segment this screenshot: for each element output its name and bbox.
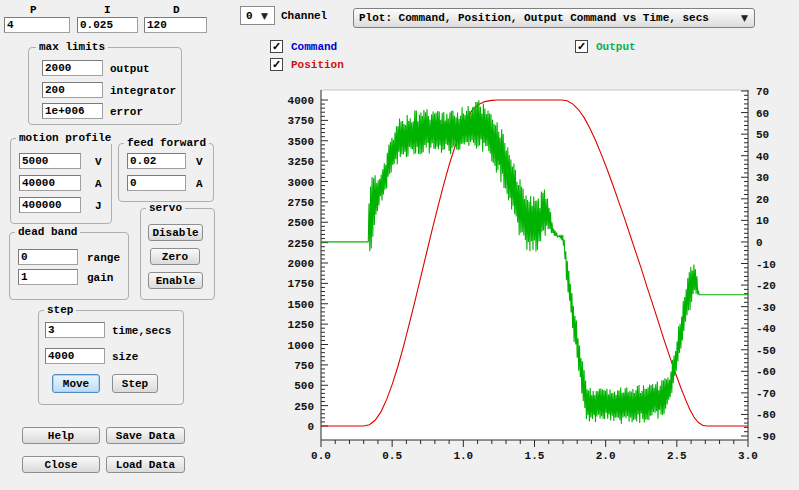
svg-text:1.0: 1.0 (453, 450, 473, 462)
p-label: P (30, 4, 37, 16)
checkmark-icon: ✓ (577, 41, 586, 52)
svg-text:2.5: 2.5 (667, 450, 687, 462)
svg-text:750: 750 (294, 360, 314, 372)
svg-text:70: 70 (756, 86, 769, 98)
svg-text:-50: -50 (756, 345, 776, 357)
step-button[interactable]: Step (112, 374, 158, 393)
plot-select[interactable]: Plot: Command, Position, Output Command … (353, 8, 755, 28)
max-output-label: output (110, 63, 150, 75)
svg-text:-60: -60 (756, 366, 776, 378)
svg-text:3750: 3750 (288, 115, 314, 127)
svg-text:2250: 2250 (288, 238, 314, 250)
dead-band-title: dead band (15, 226, 80, 238)
svg-text:-30: -30 (756, 302, 776, 314)
servo-enable-button[interactable]: Enable (148, 272, 203, 289)
dead-band-group (9, 232, 129, 300)
i-label: I (104, 4, 111, 16)
svg-text:-20: -20 (756, 280, 776, 292)
svg-text:-90: -90 (756, 431, 776, 443)
svg-text:3.0: 3.0 (738, 450, 758, 462)
channel-selected-value: 0 (241, 10, 259, 22)
servo-zero-button[interactable]: Zero (150, 248, 200, 265)
svg-text:0.0: 0.0 (311, 450, 331, 462)
ff-v-label: V (196, 156, 203, 168)
step-title: step (44, 304, 76, 316)
svg-text:1500: 1500 (288, 299, 314, 311)
svg-text:40: 40 (756, 151, 769, 163)
p-input[interactable] (4, 17, 70, 33)
channel-label: Channel (281, 10, 327, 22)
output-checkbox-label[interactable]: Output (596, 41, 636, 53)
step-time-label: time,secs (112, 325, 171, 337)
svg-text:-70: -70 (756, 388, 776, 400)
motion-a-input[interactable] (19, 175, 81, 191)
channel-select[interactable]: 0 ▼ (240, 6, 275, 25)
help-button[interactable]: Help (22, 427, 100, 444)
svg-text:2500: 2500 (288, 217, 314, 229)
svg-text:3250: 3250 (288, 156, 314, 168)
svg-text:250: 250 (294, 401, 314, 413)
max-integrator-input[interactable] (42, 82, 103, 98)
svg-text:0: 0 (756, 237, 763, 249)
pid-tuning-window: P I D max limits output integrator error… (0, 0, 799, 490)
motion-a-label: A (95, 178, 102, 190)
feed-forward-title: feed forward (124, 137, 209, 149)
dead-band-gain-input[interactable] (18, 269, 78, 285)
command-checkbox-label[interactable]: Command (291, 41, 337, 53)
svg-text:30: 30 (756, 172, 769, 184)
svg-text:1000: 1000 (288, 340, 314, 352)
servo-title: servo (146, 202, 185, 214)
max-error-input[interactable] (42, 103, 103, 119)
close-button[interactable]: Close (22, 456, 100, 473)
step-size-input[interactable] (45, 348, 105, 364)
svg-text:2000: 2000 (288, 258, 314, 270)
max-error-label: error (110, 106, 143, 118)
ff-a-label: A (196, 178, 203, 190)
step-time-input[interactable] (45, 322, 105, 338)
svg-text:-10: -10 (756, 259, 776, 271)
max-limits-title: max limits (36, 41, 108, 53)
chevron-down-icon: ▼ (739, 13, 754, 23)
svg-text:2750: 2750 (288, 197, 314, 209)
motion-profile-title: motion profile (16, 132, 114, 144)
servo-disable-button[interactable]: Disable (148, 224, 203, 241)
svg-text:4000: 4000 (288, 95, 314, 107)
svg-text:20: 20 (756, 194, 769, 206)
d-label: D (173, 4, 180, 16)
svg-text:60: 60 (756, 108, 769, 120)
command-checkbox[interactable]: ✓ (270, 40, 283, 53)
svg-text:500: 500 (294, 380, 314, 392)
step-size-label: size (112, 351, 138, 363)
plot-selected-value: Plot: Command, Position, Output Command … (354, 12, 739, 24)
svg-text:0.5: 0.5 (382, 450, 402, 462)
svg-text:1250: 1250 (288, 319, 314, 331)
position-checkbox-label[interactable]: Position (291, 59, 344, 71)
motion-j-input[interactable] (19, 197, 81, 213)
ff-a-input[interactable] (127, 175, 186, 191)
svg-text:1.5: 1.5 (525, 450, 545, 462)
dead-band-gain-label: gain (87, 272, 113, 284)
checkmark-icon: ✓ (272, 41, 281, 52)
svg-text:3000: 3000 (288, 177, 314, 189)
dead-band-range-input[interactable] (18, 249, 78, 265)
svg-text:3500: 3500 (288, 136, 314, 148)
position-checkbox[interactable]: ✓ (270, 58, 283, 71)
i-input[interactable] (77, 17, 138, 33)
svg-text:-40: -40 (756, 323, 776, 335)
chevron-down-icon: ▼ (259, 11, 274, 21)
motion-v-input[interactable] (19, 153, 81, 169)
svg-text:2.0: 2.0 (596, 450, 616, 462)
svg-text:10: 10 (756, 215, 769, 227)
svg-text:1750: 1750 (288, 278, 314, 290)
dead-band-range-label: range (87, 252, 120, 264)
move-button[interactable]: Move (52, 374, 100, 393)
checkmark-icon: ✓ (272, 59, 281, 70)
load-data-button[interactable]: Load Data (106, 456, 185, 473)
ff-v-input[interactable] (127, 153, 186, 169)
output-checkbox[interactable]: ✓ (575, 40, 588, 53)
motion-v-label: V (95, 156, 102, 168)
save-data-button[interactable]: Save Data (106, 427, 185, 444)
max-output-input[interactable] (42, 60, 103, 76)
d-input[interactable] (144, 17, 207, 33)
max-integrator-label: integrator (110, 85, 176, 97)
